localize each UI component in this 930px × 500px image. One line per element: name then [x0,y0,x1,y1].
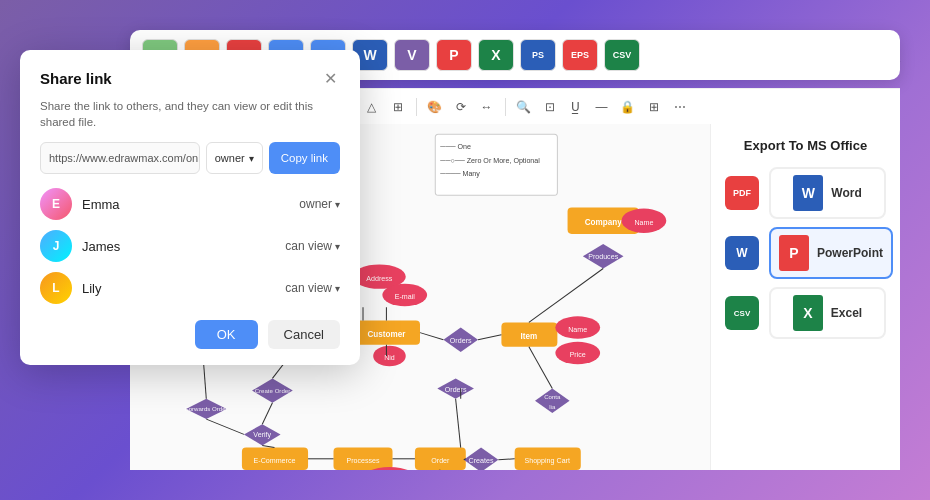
user-permission-james[interactable]: can view [285,239,340,253]
svg-text:Creates: Creates [469,457,494,465]
dialog-title: Share link [40,70,112,87]
lock-tool-icon[interactable]: 🔒 [617,96,639,118]
share-dialog: Share link ✕ Share the link to others, a… [20,50,360,365]
avatar-lily-initial: L [52,281,59,295]
arrow-tool-icon[interactable]: ↔ [476,96,498,118]
emma-permission-chevron-icon [335,197,340,211]
svg-text:E-mail: E-mail [395,293,416,301]
svg-text:Address: Address [366,275,393,283]
svg-text:Forwards Order: Forwards Order [185,405,228,412]
svg-text:Name: Name [634,219,653,227]
ppt-doc-icon: P [779,235,809,271]
svg-text:Processes: Processes [346,457,380,465]
html-small-icon[interactable]: CSV [725,296,759,330]
powerpoint-export-button[interactable]: P PowerPoint [769,227,893,279]
user-name-lily: Lily [82,281,285,296]
frame-tool-icon[interactable]: ⊡ [539,96,561,118]
ok-button[interactable]: OK [195,320,258,349]
svg-text:Shopping Cart: Shopping Cart [524,457,569,465]
export-panel-row-word: PDF W Word [725,167,886,219]
svg-text:Nid: Nid [384,354,395,362]
user-row-james: J James can view [40,230,340,262]
zoom-tool-icon[interactable]: 🔍 [513,96,535,118]
export-panel-title: Export To MS Office [725,138,886,153]
excel-doc-icon: X [793,295,823,331]
export-panel: Export To MS Office PDF W Word W P Power… [710,124,900,470]
emma-permission-label: owner [299,197,332,211]
lily-permission-label: can view [285,281,332,295]
export-vsd-button[interactable]: V [394,39,430,71]
svg-text:──── Many: ──── Many [439,170,480,178]
dialog-close-button[interactable]: ✕ [320,68,340,88]
copy-link-button[interactable]: Copy link [269,142,340,174]
svg-text:Order: Order [431,457,450,465]
dialog-description: Share the link to others, and they can v… [40,98,340,130]
user-name-james: James [82,239,285,254]
svg-text:──○── Zero Or More, Optional: ──○── Zero Or More, Optional [439,157,540,165]
user-permission-emma[interactable]: owner [299,197,340,211]
word-small-icon[interactable]: W [725,236,759,270]
svg-text:─── One: ─── One [439,143,471,151]
fill-tool-icon[interactable]: △ [361,96,383,118]
divider2 [416,98,417,116]
svg-text:Orders: Orders [445,386,467,394]
svg-line-64 [206,419,244,434]
svg-text:Verify: Verify [253,431,271,439]
avatar-james-initial: J [53,239,60,253]
user-permission-lily[interactable]: can view [285,281,340,295]
user-row-emma: E Emma owner [40,188,340,220]
link-permission-label: owner [215,152,245,164]
svg-text:Conta: Conta [544,393,561,400]
svg-text:Produces: Produces [588,253,618,261]
svg-line-60 [478,335,501,340]
pdf-small-icon[interactable]: PDF [725,176,759,210]
lily-permission-chevron-icon [335,281,340,295]
excel-label: Excel [831,306,862,320]
svg-line-73 [456,399,461,448]
more-tool-icon[interactable]: ⋯ [669,96,691,118]
grid-tool-icon[interactable]: ⊞ [643,96,665,118]
link-input[interactable]: https://www.edrawmax.com/online/fil [40,142,200,174]
svg-line-63 [262,403,272,424]
word-doc-icon: W [793,175,823,211]
export-ps-button[interactable]: PS [520,39,556,71]
james-permission-label: can view [285,239,332,253]
word-label: Word [831,186,861,200]
svg-text:Company: Company [585,218,623,227]
svg-line-74 [529,347,552,389]
svg-line-66 [262,446,274,448]
svg-text:Orders: Orders [450,337,472,345]
avatar-lily: L [40,272,72,304]
dialog-actions: OK Cancel [40,320,340,349]
svg-line-75 [529,269,603,323]
svg-text:Item: Item [521,332,538,341]
export-csv-button[interactable]: CSV [604,39,640,71]
export-panel-row-excel: CSV X Excel [725,287,886,339]
avatar-emma: E [40,188,72,220]
color-tool-icon[interactable]: 🎨 [424,96,446,118]
export-eps-button[interactable]: EPS [562,39,598,71]
svg-text:Create Order: Create Order [255,387,291,394]
excel-export-button[interactable]: X Excel [769,287,886,339]
user-name-emma: Emma [82,197,299,212]
strikethrough-tool-icon[interactable]: — [591,96,613,118]
link-url-text: https://www.edrawmax.com/online/fil [49,152,200,164]
connect-tool-icon[interactable]: ⟳ [450,96,472,118]
underline-tool-icon[interactable]: U̲ [565,96,587,118]
svg-line-70 [498,459,514,460]
export-excel-button[interactable]: X [478,39,514,71]
avatar-james: J [40,230,72,262]
svg-text:lia: lia [549,403,556,410]
svg-text:E-Commerce: E-Commerce [254,457,296,465]
export-panel-grid: PDF W Word W P PowerPoint CSV X Excel [725,167,886,339]
svg-text:Name: Name [568,326,587,334]
link-permission-dropdown[interactable]: owner [206,142,263,174]
export-ppt-button[interactable]: P [436,39,472,71]
table-tool-icon[interactable]: ⊞ [387,96,409,118]
powerpoint-label: PowerPoint [817,246,883,260]
cancel-button[interactable]: Cancel [268,320,340,349]
link-row: https://www.edrawmax.com/online/fil owne… [40,142,340,174]
svg-text:Customer: Customer [367,330,406,339]
user-list: E Emma owner J James can view L Lily [40,188,340,304]
word-export-button[interactable]: W Word [769,167,886,219]
